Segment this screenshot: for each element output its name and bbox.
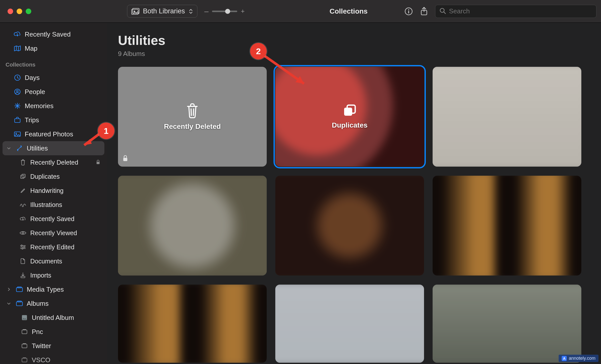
eye-icon: [19, 231, 27, 235]
sidebar-item-label: Albums: [27, 300, 49, 308]
svg-point-18: [16, 133, 17, 134]
sidebar-item-duplicates[interactable]: Duplicates: [3, 169, 104, 184]
zoom-in-button[interactable]: +: [241, 7, 245, 15]
sidebar-item-label: Map: [25, 45, 38, 52]
cloud-down-icon: [14, 32, 21, 37]
info-button[interactable]: [404, 7, 413, 16]
watermark: A annotely.com: [559, 355, 598, 362]
sidebar-item-recently-saved[interactable]: Recently Saved: [3, 27, 104, 41]
svg-point-22: [22, 232, 24, 234]
sidebar-item-recently-edited[interactable]: Recently Edited: [3, 240, 104, 254]
svg-point-4: [408, 9, 409, 10]
album-card[interactable]: [433, 176, 581, 276]
album-icon: [21, 343, 28, 348]
up-down-chevron-icon: [189, 8, 193, 14]
album-card[interactable]: [433, 285, 581, 363]
sidebar-item-album-untitled[interactable]: Untitled Album: [3, 311, 104, 325]
svg-rect-44: [344, 108, 352, 116]
folder-media-icon: [16, 287, 23, 292]
sidebar-item-label: Recently Viewed: [30, 229, 77, 237]
sidebar-item-recently-viewed[interactable]: Recently Viewed: [3, 226, 104, 240]
sidebar-item-label: Recently Deleted: [30, 159, 78, 166]
sidebar-item-memories[interactable]: Memories: [3, 99, 104, 113]
sidebar-item-album-twitter[interactable]: Twitter: [3, 339, 104, 353]
sidebar-item-documents[interactable]: Documents: [3, 254, 104, 268]
image-icon: [14, 131, 21, 137]
sidebar-item-imports[interactable]: Imports: [3, 268, 104, 282]
album-card[interactable]: [118, 285, 267, 363]
album-card[interactable]: [275, 285, 424, 363]
sidebar-item-days[interactable]: Days: [3, 71, 104, 85]
sidebar-item-label: Recently Edited: [30, 244, 74, 251]
zoom-out-button[interactable]: –: [204, 7, 209, 16]
main-content: Utilities 9 Albums Recently Deleted Dupl…: [107, 23, 601, 364]
annotation-arrow-2: [261, 52, 317, 94]
page-title: Utilities: [118, 33, 590, 48]
svg-rect-32: [16, 302, 22, 306]
sidebar-item-illustrations[interactable]: Illustrations: [3, 198, 104, 212]
trash-icon: [186, 103, 199, 119]
duplicate-icon: [19, 173, 27, 179]
close-window-button[interactable]: [8, 9, 13, 14]
sidebar-item-album-pnc[interactable]: Pnc: [3, 325, 104, 339]
sidebar-item-handwriting[interactable]: Handwriting: [3, 184, 104, 198]
scribble-icon: [19, 202, 27, 207]
album-card[interactable]: [275, 176, 424, 276]
lock-icon: [123, 155, 128, 163]
watermark-label: annotely.com: [569, 356, 595, 361]
chevron-down-icon[interactable]: [6, 301, 12, 306]
annotely-logo-icon: A: [562, 356, 567, 361]
album-thumb-icon: [21, 315, 28, 321]
svg-line-8: [444, 12, 445, 14]
album-card[interactable]: [118, 176, 267, 276]
sidebar-item-recently-deleted[interactable]: Recently Deleted: [3, 155, 104, 169]
search-field[interactable]: [435, 5, 596, 18]
duplicate-icon: [343, 104, 357, 118]
svg-rect-30: [16, 288, 22, 292]
sidebar-item-label: Memories: [25, 102, 53, 110]
albums-grid: Recently Deleted Duplicates: [118, 67, 590, 363]
pencil-icon: [19, 188, 27, 193]
svg-rect-5: [408, 11, 409, 13]
album-card[interactable]: [433, 67, 581, 167]
minimize-window-button[interactable]: [17, 9, 22, 14]
sidebar-item-label: Recently Saved: [30, 215, 74, 223]
sidebar-item-label: Utilities: [27, 144, 48, 152]
share-button[interactable]: [420, 7, 428, 16]
sidebar-item-label: Twitter: [32, 342, 51, 350]
sidebar-item-albums[interactable]: Albums: [3, 296, 104, 311]
sidebar-item-people[interactable]: People: [3, 85, 104, 99]
svg-line-41: [191, 109, 191, 115]
titlebar: Both Libraries – + Collections: [0, 0, 601, 23]
zoom-slider[interactable]: [212, 11, 237, 12]
library-picker[interactable]: Both Libraries: [127, 5, 197, 18]
search-input[interactable]: [449, 7, 592, 15]
sidebar-item-recently-saved-util[interactable]: Recently Saved: [3, 212, 104, 226]
svg-rect-37: [22, 344, 27, 348]
fullscreen-window-button[interactable]: [26, 9, 31, 14]
sidebar-item-label: Media Types: [27, 286, 64, 293]
svg-rect-19: [97, 162, 100, 164]
svg-line-42: [193, 109, 194, 115]
album-label: Duplicates: [332, 121, 368, 129]
cloud-down-icon: [19, 216, 27, 221]
chevron-down-icon[interactable]: [6, 146, 12, 150]
svg-rect-35: [22, 330, 27, 334]
sidebar-item-trips[interactable]: Trips: [3, 113, 104, 127]
lock-icon: [96, 159, 100, 166]
svg-point-26: [21, 245, 22, 246]
album-recently-deleted[interactable]: Recently Deleted: [118, 67, 267, 167]
svg-rect-43: [123, 158, 127, 161]
sidebar-item-media-types[interactable]: Media Types: [3, 282, 104, 296]
album-label: Recently Deleted: [164, 123, 221, 131]
trash-icon: [19, 159, 27, 165]
import-icon: [19, 272, 27, 278]
zoom-slider-knob[interactable]: [225, 9, 230, 14]
chevron-right-icon[interactable]: [6, 287, 12, 292]
sidebar-item-label: Handwriting: [30, 187, 64, 194]
svg-rect-21: [22, 174, 25, 177]
sidebar-item-map[interactable]: Map: [3, 41, 104, 55]
svg-point-27: [24, 247, 25, 248]
document-icon: [19, 258, 27, 264]
sidebar-item-album-vsco[interactable]: VSCO: [3, 353, 104, 364]
